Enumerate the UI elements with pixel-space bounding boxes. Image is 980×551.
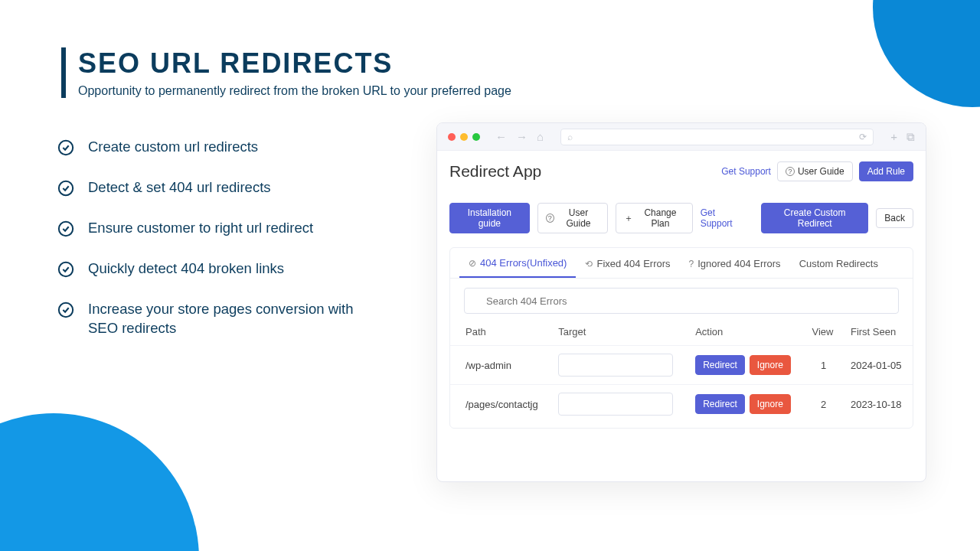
tab-404-unfixed[interactable]: ⊘404 Errors(Unfixed) [459,248,576,278]
tab-fixed-404[interactable]: ⟲Fixed 404 Errors [576,248,679,278]
tab-label: Fixed 404 Errors [596,258,670,269]
svg-point-3 [59,262,73,276]
cell-first-seen: 2024-01-05 [843,346,913,385]
cell-path: /wp-admin [450,346,550,385]
target-input[interactable] [558,393,673,416]
feature-text: Create custom url redirects [88,138,258,157]
window-close-icon[interactable] [448,133,456,141]
page-title: SEO URL REDIRECTS [78,47,511,80]
cell-view: 1 [804,346,842,385]
check-icon [57,302,74,318]
tab-label: Ignored 404 Errors [697,258,780,269]
table-row: /pages/contactjg RedirectIgnore 2 2023-1… [450,385,913,424]
tab-ignored-404[interactable]: ?Ignored 404 Errors [680,248,790,278]
installation-guide-button[interactable]: Installation guide [449,203,530,233]
window-minimize-icon[interactable] [460,133,468,141]
cell-first-seen: 2023-10-18 [843,385,913,424]
feature-text: Increase your store pages conversion wit… [88,300,379,338]
col-view: View [804,317,842,346]
col-path: Path [450,317,550,346]
table-row: /wp-admin RedirectIgnore 1 2024-01-05 [450,346,913,385]
ignore-button[interactable]: Ignore [750,394,791,414]
headline-block: SEO URL REDIRECTS Opportunity to permane… [61,47,511,98]
feature-item: Create custom url redirects [57,138,379,157]
page-subtitle: Opportunity to permanently redirect from… [78,84,511,98]
target-input[interactable] [558,354,673,377]
get-support-link-2[interactable]: Get Support [701,207,746,229]
user-guide-label: User Guide [798,166,844,177]
toolbar: Installation guide ?User Guide ＋Change P… [449,203,913,233]
decorative-blob-bottom [0,413,199,551]
new-tab-icon[interactable]: + [890,130,897,144]
errors-panel: ⊘404 Errors(Unfixed) ⟲Fixed 404 Errors ?… [449,247,913,429]
col-first-seen: First Seen [843,317,913,346]
svg-point-4 [59,303,73,317]
check-icon [57,261,74,278]
ignore-button[interactable]: Ignore [750,355,791,375]
change-plan-label: Change Plan [636,207,684,229]
app-title: Redirect App [449,162,541,181]
browser-chrome: ← → ⌂ ⌕ ⟳ + ⧉ [437,123,926,151]
forward-icon[interactable]: → [516,130,528,143]
window-maximize-icon[interactable] [472,133,480,141]
block-icon: ⊘ [469,258,476,269]
get-support-link[interactable]: Get Support [721,166,771,177]
search-icon: ⌕ [567,132,573,142]
redirect-button[interactable]: Redirect [695,355,745,375]
feature-item: Quickly detect 404 broken links [57,259,379,279]
redirect-button[interactable]: Redirect [695,394,745,414]
feature-text: Detect & set 404 url redirects [88,178,271,197]
cell-path: /pages/contactjg [450,385,550,424]
create-custom-redirect-button[interactable]: Create Custom Redirect [761,203,868,233]
plus-icon: ＋ [624,212,633,225]
feature-item: Increase your store pages conversion wit… [57,300,379,338]
user-guide-label-2: User Guide [557,207,599,229]
user-guide-button[interactable]: ?User Guide [777,161,853,181]
help-icon: ? [786,167,795,176]
help-icon: ? [689,259,694,269]
tab-label: 404 Errors(Unfixed) [480,257,567,269]
browser-nav-icons: ← → ⌂ [495,130,544,143]
back-button[interactable]: Back [876,208,913,228]
app-body: Redirect App Get Support ?User Guide Add… [437,151,926,441]
browser-window: ← → ⌂ ⌕ ⟳ + ⧉ Redirect App Get Support ?… [436,122,926,482]
address-bar[interactable]: ⌕ ⟳ [560,129,874,145]
tabs: ⊘404 Errors(Unfixed) ⟲Fixed 404 Errors ?… [450,248,913,279]
app-header: Redirect App Get Support ?User Guide Add… [449,161,913,181]
feature-item: Detect & set 404 url redirects [57,178,379,197]
refresh-icon[interactable]: ⟳ [859,132,867,142]
cell-view: 2 [804,385,842,424]
svg-point-2 [59,222,73,236]
change-plan-button[interactable]: ＋Change Plan [616,203,692,233]
search-input[interactable] [464,288,899,314]
copy-icon[interactable]: ⧉ [906,130,915,144]
feature-text: Ensure customer to right url redirect [88,219,313,238]
feature-item: Ensure customer to right url redirect [57,219,379,238]
add-rule-button[interactable]: Add Rule [859,161,913,181]
check-icon [57,180,74,197]
tab-label: Custom Redirects [799,258,878,269]
errors-table: Path Target Action View First Seen /wp-a… [450,317,913,423]
decorative-blob-top [873,0,980,107]
back-icon[interactable]: ← [495,130,507,143]
tab-custom-redirects[interactable]: Custom Redirects [790,248,887,278]
col-target: Target [550,317,688,346]
link-icon: ⟲ [585,259,593,269]
check-icon [57,139,74,156]
feature-list: Create custom url redirects Detect & set… [57,138,379,360]
feature-text: Quickly detect 404 broken links [88,259,284,279]
svg-point-1 [59,181,73,195]
col-action: Action [688,317,804,346]
user-guide-button-2[interactable]: ?User Guide [537,203,608,233]
check-icon [57,220,74,237]
help-icon: ? [546,214,554,223]
svg-point-0 [59,141,73,155]
home-icon[interactable]: ⌂ [537,130,544,143]
